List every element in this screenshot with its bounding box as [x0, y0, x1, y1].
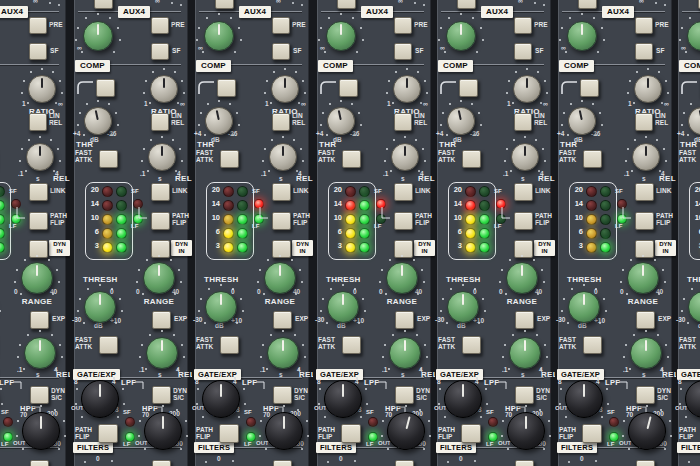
sf-button[interactable] [151, 43, 169, 60]
comp-release-knob[interactable] [391, 143, 419, 171]
dyn-in-button[interactable] [29, 240, 48, 258]
gate-threshold-knob[interactable] [205, 291, 237, 323]
filter-path-flip-button[interactable] [461, 424, 481, 443]
sf-button[interactable] [29, 43, 47, 60]
hpf-knob[interactable] [387, 412, 425, 450]
ratio-knob[interactable] [271, 75, 299, 103]
gate-fast-attack-button[interactable] [583, 336, 602, 354]
dyn-sc-button[interactable] [515, 386, 534, 404]
dyn-in-button[interactable] [635, 240, 654, 258]
prev-section-button[interactable] [457, 0, 476, 9]
lin-rel-button[interactable] [394, 113, 412, 131]
comp-threshold-knob[interactable] [688, 107, 700, 135]
hpf-knob[interactable] [628, 412, 666, 450]
ratio-knob[interactable] [634, 75, 662, 103]
gate-threshold-knob[interactable] [84, 291, 116, 323]
comp-knee-button[interactable] [217, 79, 236, 97]
comp-fast-attack-button[interactable] [583, 150, 602, 168]
range-knob[interactable] [21, 262, 53, 294]
comp-release-knob[interactable] [26, 143, 54, 171]
lpf-knob[interactable] [685, 380, 700, 418]
gate-fast-attack-button[interactable] [220, 336, 239, 354]
next-section-button[interactable] [636, 460, 655, 466]
gate-threshold-knob[interactable] [447, 291, 479, 323]
exp-button[interactable] [273, 311, 292, 329]
filter-path-flip-button[interactable] [219, 424, 239, 443]
next-section-button[interactable] [515, 460, 534, 466]
aux4-send-knob[interactable] [687, 21, 700, 51]
range-knob[interactable] [264, 262, 296, 294]
link-button[interactable] [635, 183, 654, 201]
dyn-sc-button[interactable] [30, 386, 49, 404]
comp-knee-button[interactable] [339, 79, 358, 97]
ratio-knob[interactable] [150, 75, 178, 103]
dyn-sc-button[interactable] [395, 386, 414, 404]
comp-fast-attack-button[interactable] [342, 150, 361, 168]
gate-release-knob[interactable] [509, 337, 541, 369]
exp-button[interactable] [152, 311, 171, 329]
sf-button[interactable] [394, 43, 412, 60]
lin-rel-button[interactable] [151, 113, 169, 131]
pre-button[interactable] [151, 17, 169, 34]
hpf-knob[interactable] [265, 412, 303, 450]
gate-fast-attack-button[interactable] [342, 336, 361, 354]
range-knob[interactable] [143, 262, 175, 294]
next-section-button[interactable] [273, 460, 292, 466]
prev-section-button[interactable] [94, 0, 113, 9]
lin-rel-button[interactable] [29, 113, 47, 131]
link-button[interactable] [514, 183, 533, 201]
path-flip-button[interactable] [29, 212, 48, 230]
lpf-knob[interactable] [81, 380, 119, 418]
pre-button[interactable] [29, 17, 47, 34]
path-flip-button[interactable] [272, 212, 291, 230]
range-knob[interactable] [627, 262, 659, 294]
next-section-button[interactable] [152, 460, 171, 466]
filter-path-flip-button[interactable] [341, 424, 361, 443]
lpf-knob[interactable] [202, 380, 240, 418]
comp-knee-button[interactable] [580, 79, 599, 97]
gate-release-knob[interactable] [24, 337, 56, 369]
ratio-knob[interactable] [513, 75, 541, 103]
comp-release-knob[interactable] [148, 143, 176, 171]
comp-knee-button[interactable] [96, 79, 115, 97]
next-section-button[interactable] [395, 460, 414, 466]
pre-button[interactable] [394, 17, 412, 34]
gate-release-knob[interactable] [630, 337, 662, 369]
ratio-knob[interactable] [28, 75, 56, 103]
aux4-send-knob[interactable] [326, 21, 356, 51]
comp-fast-attack-button[interactable] [220, 150, 239, 168]
dyn-in-button[interactable] [394, 240, 413, 258]
lin-rel-button[interactable] [514, 113, 532, 131]
link-button[interactable] [151, 183, 170, 201]
sf-button[interactable] [635, 43, 653, 60]
gate-threshold-knob[interactable] [688, 291, 700, 323]
next-section-button[interactable] [30, 460, 49, 466]
comp-release-knob[interactable] [269, 143, 297, 171]
lin-rel-button[interactable] [272, 113, 290, 131]
dyn-sc-button[interactable] [273, 386, 292, 404]
ratio-knob[interactable] [393, 75, 421, 103]
gate-fast-attack-button[interactable] [462, 336, 481, 354]
comp-threshold-knob[interactable] [568, 107, 596, 135]
pre-button[interactable] [514, 17, 532, 34]
gate-release-knob[interactable] [146, 337, 178, 369]
gate-fast-attack-button[interactable] [99, 336, 118, 354]
dyn-sc-button[interactable] [152, 386, 171, 404]
comp-threshold-knob[interactable] [84, 107, 112, 135]
comp-release-knob[interactable] [511, 143, 539, 171]
comp-knee-button[interactable] [459, 79, 478, 97]
path-flip-button[interactable] [514, 212, 533, 230]
range-knob[interactable] [386, 262, 418, 294]
range-knob[interactable] [506, 262, 538, 294]
path-flip-button[interactable] [394, 212, 413, 230]
hpf-knob[interactable] [22, 412, 60, 450]
exp-button[interactable] [395, 311, 414, 329]
hpf-knob[interactable] [507, 412, 545, 450]
comp-release-knob[interactable] [632, 143, 660, 171]
exp-button[interactable] [30, 311, 49, 329]
comp-threshold-knob[interactable] [327, 107, 355, 135]
dyn-in-button[interactable] [151, 240, 170, 258]
comp-fast-attack-button[interactable] [99, 150, 118, 168]
path-flip-button[interactable] [635, 212, 654, 230]
sf-button[interactable] [272, 43, 290, 60]
